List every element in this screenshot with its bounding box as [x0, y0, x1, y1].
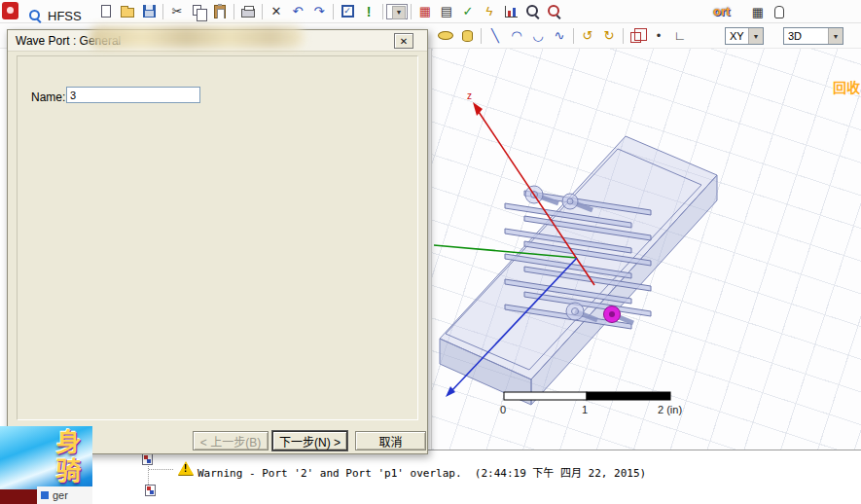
dialog-close-button[interactable]: ✕: [394, 33, 413, 49]
zoom-select-icon[interactable]: [543, 2, 564, 21]
next-button[interactable]: 下一步(N) >: [272, 431, 347, 450]
toolbar-separator: [262, 4, 263, 19]
tree-connector-line: [149, 469, 173, 470]
copy-icon[interactable]: [188, 2, 209, 21]
toolbar-separator: [233, 4, 234, 19]
background-game-window: 身骑 ger: [0, 426, 92, 504]
dialog-body: [17, 55, 418, 420]
toolbar-separator: [573, 28, 574, 44]
wcs-plane-select[interactable]: XY: [725, 27, 764, 45]
search-icon: [29, 10, 43, 23]
z-axis-arrowhead: [473, 102, 483, 116]
desktop-icon-label-port: ort: [713, 4, 730, 18]
zoom-in-icon[interactable]: [521, 2, 543, 21]
warning-message[interactable]: Warning - Port '2' and Port 'p1' overlap…: [197, 464, 646, 480]
matrix-data-icon[interactable]: ▦: [414, 2, 436, 21]
view-mode-value: 3D: [788, 30, 802, 42]
optimetrics-icon[interactable]: ϟ: [479, 2, 500, 21]
toolbar-separator: [481, 28, 482, 44]
message-tree-project-icon[interactable]: [145, 485, 156, 496]
search-cluster[interactable]: HFSS: [29, 9, 82, 23]
scale-tick-2: 2 (in): [658, 404, 682, 415]
validate-icon[interactable]: ✓: [337, 2, 358, 21]
port-name-input[interactable]: [66, 87, 200, 103]
draw-spline-icon[interactable]: ∿: [549, 26, 570, 46]
draw-line-icon[interactable]: ╲: [484, 26, 506, 46]
sweep-along-vector-icon[interactable]: ↻: [598, 26, 620, 46]
delete-icon[interactable]: ✕: [266, 2, 287, 21]
game-artwork-band: [0, 489, 37, 504]
scale-tick-0: 0: [500, 404, 506, 415]
app-launcher-icon[interactable]: [2, 2, 18, 19]
draw-arc-3pt-icon[interactable]: ◡: [527, 26, 549, 46]
toolbar-standard: ort ▦ ✂✕↶↷✓!▦▤✓ϟ: [0, 0, 861, 23]
solution-dropdown[interactable]: [386, 2, 408, 21]
open-folder-icon[interactable]: [117, 2, 138, 21]
draw-point-icon[interactable]: •: [648, 26, 669, 46]
toolbar-view-tools: ▦: [747, 2, 790, 21]
coordinate-system-icon[interactable]: ∟: [669, 26, 691, 46]
taskbar-item[interactable]: ger: [37, 486, 92, 504]
cancel-button[interactable]: 取消: [355, 431, 426, 450]
solve-log-icon[interactable]: ▤: [436, 2, 457, 21]
pan-hand-icon[interactable]: [769, 2, 790, 21]
z-axis-label: z: [467, 90, 472, 101]
new-file-icon[interactable]: [95, 2, 117, 21]
wcs-plane-value: XY: [730, 30, 744, 42]
results-chart-icon[interactable]: [500, 2, 521, 21]
selected-port-connector[interactable]: [604, 306, 621, 323]
undo-icon[interactable]: ↶: [287, 2, 308, 21]
scale-tick-1: 1: [582, 404, 588, 415]
snap-grid-icon[interactable]: ▦: [747, 2, 769, 21]
analyze-icon[interactable]: !: [358, 2, 379, 21]
chevron-down-icon[interactable]: [828, 28, 843, 44]
toolbar-separator: [623, 28, 624, 44]
search-query-text: HFSS: [48, 9, 82, 23]
back-button[interactable]: < 上一步(B): [193, 431, 269, 450]
toolbar-separator: [162, 4, 163, 19]
warning-icon: [178, 461, 194, 475]
draw-ellipse-icon[interactable]: [435, 26, 456, 46]
wave-port-dialog: Wave Port : General ✕ Name: < 上一步(B) 下一步…: [7, 29, 428, 454]
profile-check-icon[interactable]: ✓: [457, 2, 479, 21]
toolbar-separator: [333, 4, 334, 19]
toolbar-separator: [411, 4, 412, 19]
save-icon[interactable]: [138, 2, 160, 21]
draw-cylinder-icon[interactable]: [456, 26, 478, 46]
draw-box-icon[interactable]: [627, 26, 648, 46]
close-icon: ✕: [400, 36, 408, 47]
sweep-around-axis-icon[interactable]: ↺: [577, 26, 598, 46]
paste-icon[interactable]: [209, 2, 231, 21]
view-mode-select[interactable]: 3D: [783, 27, 843, 45]
scale-bar: [504, 392, 670, 400]
print-icon[interactable]: [237, 2, 259, 21]
chevron-down-icon[interactable]: [748, 28, 763, 44]
taskbar-item-icon: [41, 491, 49, 499]
modeler-viewport[interactable]: z 0 1 2 (in): [431, 49, 861, 450]
taskbar-item-label: ger: [53, 489, 68, 501]
model-3d[interactable]: z: [432, 49, 861, 450]
draw-arc-center-icon[interactable]: ◠: [506, 26, 527, 46]
message-manager-panel[interactable]: Warning - Port '2' and Port 'p1' overlap…: [92, 450, 861, 504]
message-tree-root-icon[interactable]: [142, 453, 153, 465]
blurred-region: [90, 26, 304, 48]
desktop-icon-label-recycle: 回收: [833, 77, 860, 96]
redo-icon[interactable]: ↷: [308, 2, 330, 21]
game-artwork-text: 身骑: [49, 429, 85, 486]
cut-icon[interactable]: ✂: [166, 2, 188, 21]
port-name-label: Name:: [31, 90, 65, 104]
app-window: ort ▦ ✂✕↶↷✓!▦▤✓ϟ HFSS ╲◠◡∿↺↻•∟ XY 3D: [0, 0, 861, 504]
toolbar-separator: [382, 4, 383, 19]
